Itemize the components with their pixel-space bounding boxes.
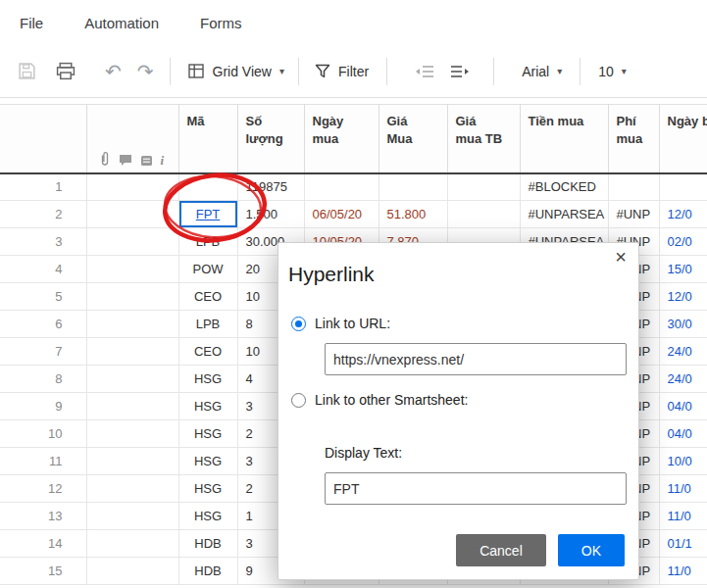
cell-ngay_ban[interactable]: 04/0: [659, 393, 707, 420]
cell-ma[interactable]: HSG: [178, 448, 237, 475]
chevron-down-icon: ▾: [279, 66, 284, 76]
url-input[interactable]: [325, 343, 627, 375]
cell-so_luong[interactable]: 119875: [237, 173, 304, 201]
column-header-gia_mua_tb[interactable]: Giá mua TB: [447, 105, 520, 173]
cell-so_luong[interactable]: 1.500: [237, 201, 304, 228]
row-number[interactable]: 12: [0, 475, 86, 503]
cell-ma[interactable]: [178, 173, 237, 201]
row-number[interactable]: 11: [0, 448, 86, 475]
cell-ngay_ban[interactable]: [659, 173, 707, 201]
font-size-select[interactable]: 10 ▾: [598, 64, 627, 79]
column-header-ngay_mua[interactable]: Ngày mua: [304, 105, 379, 173]
column-header-phi_mua[interactable]: Phí mua: [608, 105, 659, 173]
column-header-so_luong[interactable]: Số lượng: [237, 105, 304, 173]
cell-ma[interactable]: HSG: [178, 420, 237, 448]
row-number[interactable]: 13: [0, 503, 86, 530]
cell-ma[interactable]: FPT: [178, 201, 237, 228]
view-selector[interactable]: Grid View ▾: [188, 64, 284, 79]
link-to-url-radio[interactable]: [291, 317, 306, 331]
row-number[interactable]: 3: [0, 228, 86, 256]
cell-ma[interactable]: LPB: [178, 311, 237, 338]
row-gutter: [86, 201, 178, 228]
redo-button[interactable]: ↷: [137, 62, 154, 81]
row-number[interactable]: 8: [0, 366, 86, 393]
cell-ngay_ban[interactable]: 15/0: [659, 256, 707, 283]
cell-ma[interactable]: HSG: [178, 475, 237, 503]
column-header-ngay_ban[interactable]: Ngày bán: [659, 105, 707, 173]
cell-phi_mua[interactable]: #UNP: [608, 201, 659, 228]
cell-ma[interactable]: HSG: [178, 393, 237, 420]
cell-ma[interactable]: CEO: [178, 283, 237, 311]
display-text-input[interactable]: [325, 472, 627, 505]
row-number[interactable]: 10: [0, 420, 86, 448]
cell-tien_mua[interactable]: #UNPARSEA: [520, 201, 608, 228]
cell-ngay_ban[interactable]: 30/0: [659, 311, 707, 338]
cell-ngay_mua[interactable]: [304, 173, 379, 201]
cell-ngay_ban[interactable]: 04/0: [659, 420, 707, 448]
cell-ngay_ban[interactable]: 02/0: [659, 228, 707, 256]
info-icon[interactable]: i: [161, 154, 165, 167]
grid-view-icon: [188, 64, 205, 79]
font-family-value: Arial: [522, 64, 549, 79]
row-number[interactable]: 2: [0, 201, 86, 228]
save-button[interactable]: [18, 62, 36, 80]
cell-ma[interactable]: HSG: [178, 366, 237, 393]
cell-ma[interactable]: HDB: [178, 530, 237, 558]
cell-ma[interactable]: HSG: [178, 503, 237, 530]
cell-ngay_ban[interactable]: 11/0: [659, 558, 707, 585]
cell-tien_mua[interactable]: #BLOCKED: [520, 173, 608, 201]
column-header-ma[interactable]: Mã: [178, 105, 237, 173]
cell-ngay_ban[interactable]: 12/0: [659, 283, 707, 311]
row-gutter: [86, 503, 178, 530]
cell-ngay_ban[interactable]: 11/0: [659, 503, 707, 530]
comment-icon[interactable]: [119, 154, 132, 167]
menu-item-file[interactable]: File: [20, 15, 43, 31]
indent-icon: [450, 65, 470, 78]
row-number[interactable]: 9: [0, 393, 86, 420]
row-number[interactable]: 4: [0, 256, 86, 283]
cell-ngay_mua[interactable]: 06/05/20: [304, 201, 379, 228]
cell-ma[interactable]: LPB: [178, 228, 237, 256]
ok-button[interactable]: OK: [558, 534, 625, 566]
cell-gia_mua[interactable]: 51.800: [379, 201, 447, 228]
menu-item-forms[interactable]: Forms: [200, 15, 242, 31]
close-icon[interactable]: ×: [615, 247, 627, 267]
cell-gia_mua_tb[interactable]: [447, 201, 520, 228]
cell-ngay_ban[interactable]: 12/0: [659, 201, 707, 228]
cell-ngay_ban[interactable]: 10/0: [659, 448, 707, 475]
row-gutter: [86, 256, 178, 283]
column-header-gia_mua[interactable]: Giá Mua: [379, 105, 447, 173]
cancel-button[interactable]: Cancel: [456, 534, 546, 566]
row-number[interactable]: 5: [0, 283, 86, 311]
attachment-icon[interactable]: [99, 152, 111, 167]
select-all-corner[interactable]: [0, 105, 86, 173]
cell-ngay_ban[interactable]: 24/0: [659, 366, 707, 393]
menu-item-automation[interactable]: Automation: [84, 15, 159, 31]
cell-gia_mua[interactable]: [379, 173, 447, 201]
toolbar-separator: [386, 58, 387, 85]
column-header-tien_mua[interactable]: Tiền mua: [520, 105, 608, 173]
row-number[interactable]: 15: [0, 558, 86, 585]
cell-ma[interactable]: CEO: [178, 338, 237, 366]
cell-ma[interactable]: POW: [178, 256, 237, 283]
proof-icon[interactable]: [140, 155, 153, 167]
print-button[interactable]: [56, 62, 76, 80]
font-family-select[interactable]: Arial ▾: [522, 64, 562, 79]
indent-button[interactable]: [450, 65, 470, 78]
filter-button[interactable]: Filter: [315, 64, 369, 79]
undo-button[interactable]: ↶: [105, 62, 122, 81]
row-number[interactable]: 7: [0, 338, 86, 366]
row-number[interactable]: 1: [0, 173, 86, 201]
row-number[interactable]: 14: [0, 530, 86, 558]
cell-ma[interactable]: HDB: [178, 558, 237, 585]
cell-phi_mua[interactable]: [608, 173, 659, 201]
cell-ngay_ban[interactable]: 24/0: [659, 338, 707, 366]
outdent-button[interactable]: [415, 65, 434, 78]
undo-icon: ↶: [105, 62, 122, 81]
cell-gia_mua_tb[interactable]: [447, 173, 520, 201]
cell-ngay_ban[interactable]: 01/1: [659, 530, 707, 558]
link-to-smartsheet-radio[interactable]: [291, 393, 306, 408]
hyperlink-cell-text[interactable]: FPT: [196, 207, 221, 221]
cell-ngay_ban[interactable]: 11/0: [659, 475, 707, 503]
row-number[interactable]: 6: [0, 311, 86, 338]
